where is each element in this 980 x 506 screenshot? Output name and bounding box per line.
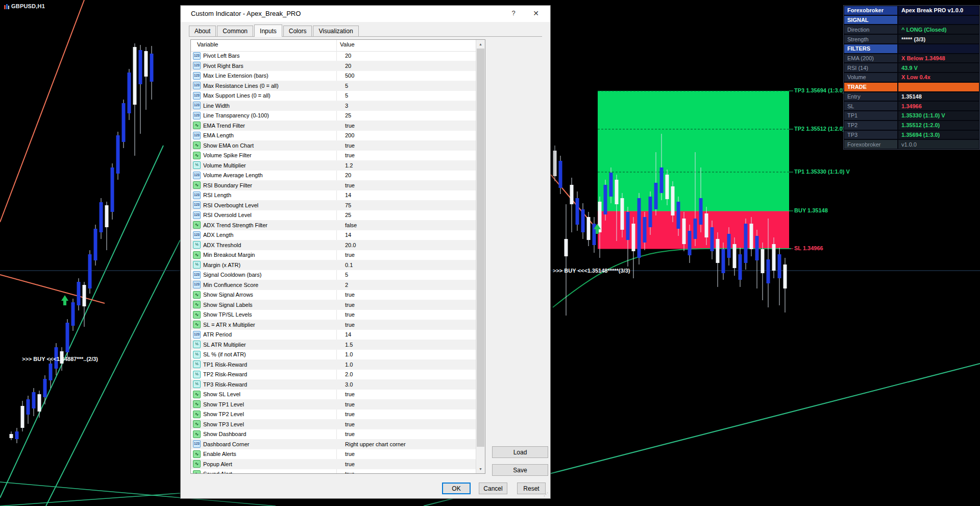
param-row[interactable]: ½Margin (x ATR)0.1 [191,260,476,271]
tab-about[interactable]: About [189,26,216,37]
param-row[interactable]: ∿Show TP2 Leveltrue [191,409,476,420]
param-row[interactable]: ∿RSI Boundary Filtertrue [191,181,476,191]
param-row[interactable]: ∿EMA Trend Filtertrue [191,121,476,131]
param-row[interactable]: 123EMA Length200 [191,131,476,141]
param-value[interactable]: true [340,401,355,407]
param-row[interactable]: ½TP1 Risk-Reward1.0 [191,360,476,370]
scrollbar-thumb[interactable] [477,49,484,447]
param-value[interactable]: 1.0 [340,362,353,368]
dialog-titlebar[interactable]: Custom Indicator - Apex_Break_PRO ? ✕ [181,6,550,22]
param-row[interactable]: ½SL ATR Multiplier1.5 [191,340,476,350]
param-value[interactable]: 3 [340,103,348,109]
param-row[interactable]: 123Signal Cooldown (bars)5 [191,270,476,280]
param-value[interactable]: 25 [340,212,351,218]
param-value[interactable]: 20.0 [340,242,356,248]
param-row[interactable]: ∿Show Dashboardtrue [191,429,476,440]
param-row[interactable]: 123Max Line Extension (bars)500 [191,71,476,81]
param-value[interactable]: 20 [340,172,351,178]
reset-button[interactable]: Reset [517,483,546,494]
param-value[interactable]: true [340,322,355,328]
param-value[interactable]: 20 [340,63,351,69]
param-value[interactable]: 5 [340,83,348,89]
param-value[interactable]: true [340,182,355,188]
param-row[interactable]: ½SL % (if not ATR)1.0 [191,350,476,360]
param-value[interactable]: true [340,461,355,467]
param-row[interactable]: 123Max Resistance Lines (0 = all)5 [191,81,476,91]
param-value[interactable]: 14 [340,192,351,198]
cancel-button[interactable]: Cancel [479,483,507,494]
param-value[interactable]: true [340,292,355,298]
param-value[interactable]: 14 [340,232,351,238]
param-value[interactable]: 1.5 [340,342,353,348]
param-value[interactable]: 200 [340,132,354,138]
param-value[interactable]: true [340,152,355,158]
param-row[interactable]: 123RSI Length14 [191,190,476,201]
param-row[interactable]: ∿Sound Alerttrue [191,469,476,473]
param-row[interactable]: ∿Min Breakout Margintrue [191,250,476,260]
param-value[interactable]: 2 [340,282,348,288]
scrollbar-up-icon[interactable]: ▲ [476,40,485,49]
param-row[interactable]: 123Line Width3 [191,101,476,111]
param-value[interactable]: 500 [340,73,354,79]
param-row[interactable]: 123Pivot Right Bars20 [191,61,476,71]
ok-button[interactable]: OK [442,483,471,494]
param-value[interactable]: 3.0 [340,381,353,388]
close-icon[interactable]: ✕ [526,6,546,21]
param-value[interactable]: true [340,421,355,427]
scrollbar-down-icon[interactable]: ▼ [476,465,485,473]
param-value[interactable]: 25 [340,112,351,118]
param-row[interactable]: 123Dashboard CornerRight upper chart cor… [191,440,476,450]
table-scrollbar[interactable]: ▲ ▼ [476,40,485,473]
param-row[interactable]: 123RSI Overbought Level75 [191,201,476,211]
load-button[interactable]: Load [492,446,548,458]
param-row[interactable]: ∿Show EMA on Charttrue [191,141,476,151]
param-value[interactable]: true [340,431,355,437]
param-value[interactable]: 20 [340,53,351,59]
param-row[interactable]: ∿SL = ATR x Multipliertrue [191,320,476,330]
param-row[interactable]: ∿Show TP3 Leveltrue [191,420,476,430]
param-row[interactable]: 123Max Support Lines (0 = all)5 [191,91,476,101]
param-value[interactable]: 5 [340,92,348,99]
param-row[interactable]: 123Line Transparency (0-100)25 [191,111,476,121]
param-row[interactable]: ∿Show Signal Labelstrue [191,300,476,310]
param-row[interactable]: 123ADX Length14 [191,230,476,240]
param-row[interactable]: 123Min Confluence Score2 [191,280,476,291]
save-button[interactable]: Save [492,464,548,476]
param-value[interactable]: false [340,222,357,228]
param-row[interactable]: ∿Show TP/SL Levelstrue [191,310,476,320]
param-value[interactable]: Right upper chart corner [340,441,406,447]
param-value[interactable]: 2.0 [340,371,353,377]
param-row[interactable]: ½TP2 Risk-Reward2.0 [191,370,476,380]
param-row[interactable]: ∿Volume Spike Filtertrue [191,151,476,161]
param-row[interactable]: 123Pivot Left Bars20 [191,51,476,61]
param-row[interactable]: ∿ADX Trend Strength Filterfalse [191,221,476,231]
param-value[interactable]: true [340,411,355,417]
param-value[interactable]: true [340,302,355,308]
tab-common[interactable]: Common [217,26,253,37]
param-row[interactable]: ½TP3 Risk-Reward3.0 [191,380,476,390]
param-value[interactable]: true [340,252,355,258]
param-value[interactable]: 5 [340,272,348,278]
param-row[interactable]: 123Volume Average Length20 [191,171,476,181]
param-value[interactable]: true [340,471,355,473]
param-value[interactable]: 14 [340,331,351,338]
param-row[interactable]: ½Volume Multiplier1.2 [191,161,476,171]
param-row[interactable]: 123ATR Period14 [191,330,476,340]
param-row[interactable]: ∿Show Signal Arrowstrue [191,290,476,300]
tab-colors[interactable]: Colors [283,26,312,37]
param-value[interactable]: true [340,311,355,318]
param-value[interactable]: 0.1 [340,262,353,268]
param-value[interactable]: true [340,391,355,397]
param-value[interactable]: true [340,451,355,457]
help-button[interactable]: ? [503,6,524,21]
tab-inputs[interactable]: Inputs [254,25,282,37]
param-value[interactable]: 1.0 [340,351,353,357]
param-value[interactable]: true [340,123,355,129]
param-row[interactable]: ½ADX Threshold20.0 [191,240,476,251]
param-row[interactable]: ∿Show TP1 Leveltrue [191,400,476,410]
param-value[interactable]: 1.2 [340,162,353,168]
tab-visualization[interactable]: Visualization [313,26,358,37]
param-value[interactable]: 75 [340,202,351,208]
param-row[interactable]: 123RSI Oversold Level25 [191,210,476,221]
param-row[interactable]: ∿Popup Alerttrue [191,460,476,470]
